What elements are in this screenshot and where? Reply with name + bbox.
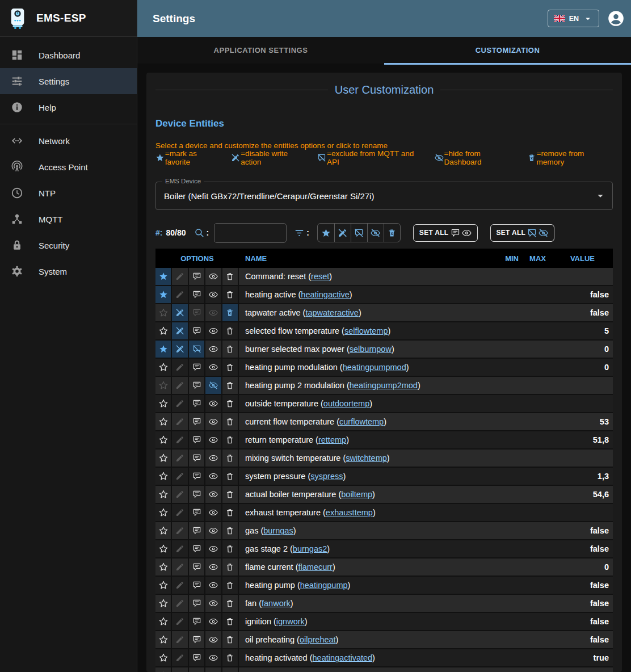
write-toggle[interactable] xyxy=(172,377,188,394)
remove-toggle[interactable] xyxy=(222,504,239,521)
mqtt-exclude-toggle[interactable] xyxy=(189,377,205,394)
visibility-toggle[interactable] xyxy=(205,558,222,576)
remove-toggle[interactable] xyxy=(222,667,239,672)
write-toggle[interactable] xyxy=(172,450,188,467)
write-toggle[interactable] xyxy=(172,286,188,303)
mqtt-exclude-toggle[interactable] xyxy=(189,613,205,630)
visibility-toggle[interactable] xyxy=(205,286,222,303)
favorite-toggle[interactable] xyxy=(155,667,172,672)
entity-name[interactable]: system pressure (syspress) xyxy=(239,468,493,485)
visibility-toggle[interactable] xyxy=(205,322,222,339)
comment-off-filter-toggle[interactable] xyxy=(351,224,367,242)
mqtt-exclude-toggle[interactable] xyxy=(189,522,205,539)
entity-name[interactable]: gas stage 2 (burngas2) xyxy=(239,540,493,557)
remove-toggle[interactable] xyxy=(222,431,239,448)
visibility-toggle[interactable] xyxy=(205,268,222,285)
visibility-toggle[interactable] xyxy=(205,413,222,430)
write-toggle[interactable] xyxy=(172,341,188,358)
write-toggle[interactable] xyxy=(172,649,188,666)
set-all-hide-button[interactable]: SET ALL xyxy=(490,224,555,242)
remove-toggle[interactable] xyxy=(222,613,239,630)
remove-toggle[interactable] xyxy=(222,304,239,321)
entity-name[interactable]: actual boiler temperature (boiltemp) xyxy=(239,486,493,503)
entity-code-link[interactable]: syspress xyxy=(310,472,343,481)
entity-name[interactable]: gas (burngas) xyxy=(239,522,493,539)
favorite-toggle[interactable] xyxy=(155,558,172,576)
visibility-toggle[interactable] xyxy=(205,395,222,412)
visibility-toggle[interactable] xyxy=(205,613,222,630)
entity-code-link[interactable]: heatingactive xyxy=(301,290,349,299)
entity-code-link[interactable]: selburnpow xyxy=(350,345,392,354)
mqtt-exclude-toggle[interactable] xyxy=(189,540,205,557)
entity-code-link[interactable]: outdoortemp xyxy=(323,399,369,408)
entity-code-link[interactable]: heatingpump xyxy=(300,581,348,590)
write-toggle[interactable] xyxy=(172,631,188,648)
sidebar-item-settings[interactable]: Settings xyxy=(0,68,137,94)
mqtt-exclude-toggle[interactable] xyxy=(189,268,205,285)
mqtt-exclude-toggle[interactable] xyxy=(189,450,205,467)
entity-name[interactable]: heating pump modulation (heatingpumpmod) xyxy=(239,359,493,376)
sidebar-item-security[interactable]: Security xyxy=(0,232,137,258)
entity-name[interactable]: heating pump 2 modulation (heatingpump2m… xyxy=(239,377,493,394)
mqtt-exclude-toggle[interactable] xyxy=(189,395,205,412)
remove-toggle[interactable] xyxy=(222,558,239,576)
remove-toggle[interactable] xyxy=(222,595,239,612)
entity-code-link[interactable]: ignwork xyxy=(276,617,305,626)
favorite-toggle[interactable] xyxy=(155,468,172,485)
write-toggle[interactable] xyxy=(172,268,188,285)
favorite-toggle[interactable] xyxy=(155,377,172,394)
remove-toggle[interactable] xyxy=(222,395,239,412)
mqtt-exclude-toggle[interactable] xyxy=(189,322,205,339)
entity-code-link[interactable]: tapwateractive xyxy=(305,308,359,317)
remove-toggle[interactable] xyxy=(222,631,239,648)
remove-toggle[interactable] xyxy=(222,540,239,557)
favorite-toggle[interactable] xyxy=(155,540,172,557)
entity-name[interactable]: tapwater active (tapwateractive) xyxy=(239,304,493,321)
entity-code-link[interactable]: fanwork xyxy=(262,599,291,608)
mqtt-exclude-toggle[interactable] xyxy=(189,486,205,503)
favorite-toggle[interactable] xyxy=(155,395,172,412)
entity-code-link[interactable]: boiltemp xyxy=(341,490,372,499)
entity-code-link[interactable]: flamecurr xyxy=(298,562,332,572)
visibility-toggle[interactable] xyxy=(205,540,222,557)
visibility-toggle[interactable] xyxy=(205,304,222,321)
language-selector[interactable]: EN xyxy=(548,10,599,27)
entity-code-link[interactable]: oilpreheat xyxy=(300,635,336,644)
mqtt-exclude-toggle[interactable] xyxy=(189,667,205,672)
favorite-toggle[interactable] xyxy=(155,304,172,321)
tab-application-settings[interactable]: APPLICATION SETTINGS xyxy=(137,37,384,64)
visibility-toggle[interactable] xyxy=(205,486,222,503)
eye-off-filter-toggle[interactable] xyxy=(367,224,384,242)
remove-toggle[interactable] xyxy=(222,450,239,467)
write-toggle[interactable] xyxy=(172,595,188,612)
favorite-toggle[interactable] xyxy=(155,359,172,376)
entity-name[interactable]: burner selected max power (selburnpow) xyxy=(239,341,493,358)
entity-name[interactable] xyxy=(239,667,493,672)
mqtt-exclude-toggle[interactable] xyxy=(189,631,205,648)
entity-code-link[interactable]: burngas xyxy=(263,526,293,535)
remove-toggle[interactable] xyxy=(222,468,239,485)
write-toggle[interactable] xyxy=(172,413,188,430)
favorite-toggle[interactable] xyxy=(155,431,172,448)
remove-toggle[interactable] xyxy=(222,286,239,303)
trash-x-filter-toggle[interactable] xyxy=(384,224,400,242)
sidebar-item-access-point[interactable]: Access Point xyxy=(0,154,137,180)
mqtt-exclude-toggle[interactable] xyxy=(189,304,205,321)
remove-toggle[interactable] xyxy=(222,359,239,376)
set-all-show-button[interactable]: SET ALL xyxy=(413,224,478,242)
ems-device-select[interactable]: EMS Device Boiler (Nefit GBx72/Trendline… xyxy=(155,182,613,210)
entity-code-link[interactable]: heatingactivated xyxy=(313,653,373,662)
visibility-toggle[interactable] xyxy=(205,359,222,376)
visibility-toggle[interactable] xyxy=(205,522,222,539)
visibility-toggle[interactable] xyxy=(205,667,222,672)
visibility-toggle[interactable] xyxy=(205,431,222,448)
visibility-toggle[interactable] xyxy=(205,595,222,612)
write-toggle[interactable] xyxy=(172,395,188,412)
mqtt-exclude-toggle[interactable] xyxy=(189,286,205,303)
entity-code-link[interactable]: exhausttemp xyxy=(326,508,373,517)
entity-name[interactable]: flame current (flamecurr) xyxy=(239,558,493,576)
remove-toggle[interactable] xyxy=(222,486,239,503)
write-toggle[interactable] xyxy=(172,540,188,557)
visibility-toggle[interactable] xyxy=(205,377,222,394)
write-toggle[interactable] xyxy=(172,577,188,594)
